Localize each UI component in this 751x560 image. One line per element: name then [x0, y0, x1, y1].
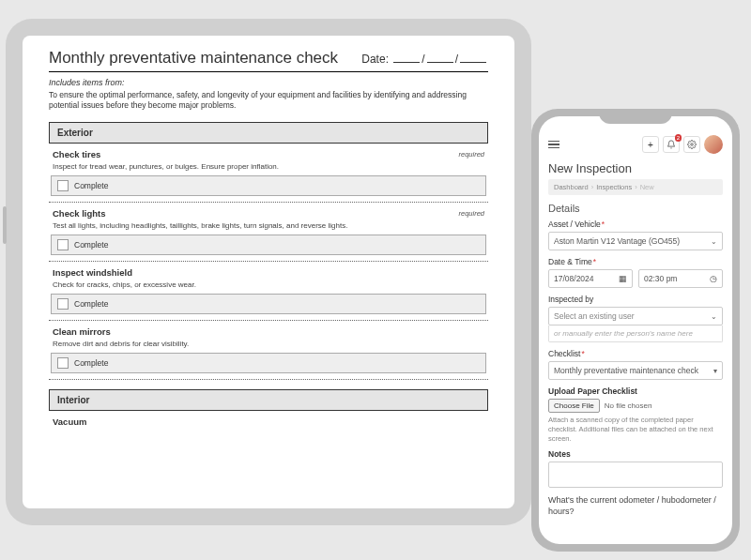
- choose-file-button[interactable]: Choose File: [548, 399, 600, 413]
- chevron-down-icon: ▾: [713, 367, 717, 375]
- checkbox[interactable]: [57, 298, 69, 310]
- time-input[interactable]: 02:30 pm ◷: [638, 269, 723, 288]
- section-title: Details: [548, 203, 723, 214]
- svg-point-0: [691, 144, 694, 146]
- phone-device: + 2 New Inspection Dashboard›Inspections…: [531, 109, 740, 552]
- breadcrumb: Dashboard›Inspections›New: [548, 179, 723, 195]
- notification-badge: 2: [675, 134, 682, 142]
- checkbox[interactable]: [57, 357, 69, 369]
- item-desc: Inspect for tread wear, punctures, or bu…: [49, 159, 488, 175]
- breadcrumb-current: New: [640, 183, 654, 191]
- complete-row[interactable]: Complete: [51, 353, 486, 373]
- complete-label: Complete: [74, 358, 108, 368]
- document: Monthly preventative maintenance check D…: [23, 36, 514, 508]
- item-title: Clean mirrors: [53, 326, 111, 337]
- checkbox[interactable]: [57, 180, 69, 191]
- item-desc: Test all lights, including headlights, t…: [49, 219, 488, 235]
- datetime-label: Date & Time*: [548, 257, 723, 266]
- inspected-label: Inspected by: [548, 295, 723, 304]
- topbar: + 2: [548, 135, 723, 154]
- menu-icon[interactable]: [548, 141, 559, 149]
- phone-screen: + 2 New Inspection Dashboard›Inspections…: [539, 116, 732, 544]
- includes-label: Includes items from:: [49, 78, 488, 87]
- tablet-device: Monthly preventative maintenance check D…: [6, 19, 531, 525]
- notes-label: Notes: [548, 449, 723, 459]
- complete-label: Complete: [74, 299, 108, 309]
- document-date: Date: //: [361, 53, 488, 66]
- item-title: Check lights: [53, 208, 106, 219]
- item-title: Vacuum: [53, 416, 86, 427]
- file-status: No file chosen: [605, 401, 652, 410]
- checklist-item: Vacuum: [49, 411, 488, 432]
- item-desc: Remove dirt and debris for clear visibil…: [49, 337, 488, 353]
- complete-label: Complete: [74, 240, 108, 250]
- intro-text: To ensure the optimal performance, safet…: [49, 90, 488, 111]
- tablet-screen: Monthly preventative maintenance check D…: [23, 36, 514, 508]
- checkbox[interactable]: [57, 239, 69, 250]
- item-title: Check tires: [53, 149, 100, 159]
- item-title: Inspect windshield: [53, 267, 132, 278]
- chevron-down-icon: ⌄: [711, 312, 717, 321]
- avatar[interactable]: [704, 135, 723, 154]
- document-title: Monthly preventative maintenance check: [49, 49, 338, 68]
- item-desc: Check for cracks, chips, or excessive we…: [49, 278, 488, 294]
- section-header-interior: Interior: [49, 389, 488, 411]
- item-required: required: [458, 209, 484, 218]
- inspected-select[interactable]: Select an existing user ⌄: [548, 307, 723, 325]
- checklist-item: Check lights required Test all lights, i…: [49, 203, 488, 262]
- tablet-side-button: [3, 206, 7, 244]
- complete-row[interactable]: Complete: [51, 235, 486, 255]
- notes-textarea[interactable]: [548, 462, 723, 488]
- settings-button[interactable]: [683, 136, 700, 153]
- calendar-icon: ▦: [619, 274, 627, 283]
- add-button[interactable]: +: [642, 136, 659, 153]
- date-input[interactable]: 17/08/2024 ▦: [548, 269, 633, 288]
- section-header-exterior: Exterior: [49, 122, 488, 144]
- document-header: Monthly preventative maintenance check D…: [49, 49, 488, 72]
- clock-icon: ◷: [710, 274, 717, 283]
- phone-notch: [599, 109, 672, 124]
- checklist-select[interactable]: Monthly preventative maintenance check ▾: [548, 361, 723, 380]
- item-required: required: [458, 150, 484, 159]
- checklist-item: Clean mirrors Remove dirt and debris for…: [49, 321, 488, 380]
- upload-hint: Attach a scanned copy of the completed p…: [548, 416, 723, 443]
- complete-row[interactable]: Complete: [51, 175, 486, 196]
- breadcrumb-item[interactable]: Inspections: [596, 183, 632, 191]
- upload-label: Upload Paper Checklist: [548, 386, 723, 396]
- complete-label: Complete: [74, 181, 108, 190]
- notifications-button[interactable]: 2: [663, 136, 680, 153]
- checklist-item: Check tires required Inspect for tread w…: [49, 144, 488, 203]
- page-title: New Inspection: [548, 161, 723, 175]
- breadcrumb-item[interactable]: Dashboard: [554, 183, 589, 191]
- complete-row[interactable]: Complete: [51, 294, 486, 314]
- odometer-question: What's the current odometer / hubodomete…: [548, 495, 723, 517]
- checklist-label: Checklist*: [548, 349, 723, 358]
- chevron-down-icon: ⌄: [711, 237, 717, 246]
- asset-select[interactable]: Aston Martin V12 Vantage (GO455) ⌄: [548, 232, 723, 250]
- inspected-manual-input[interactable]: or manually enter the person's name here: [548, 325, 723, 342]
- asset-label: Asset / Vehicle*: [548, 219, 723, 229]
- checklist-item: Inspect windshield Check for cracks, chi…: [49, 262, 488, 321]
